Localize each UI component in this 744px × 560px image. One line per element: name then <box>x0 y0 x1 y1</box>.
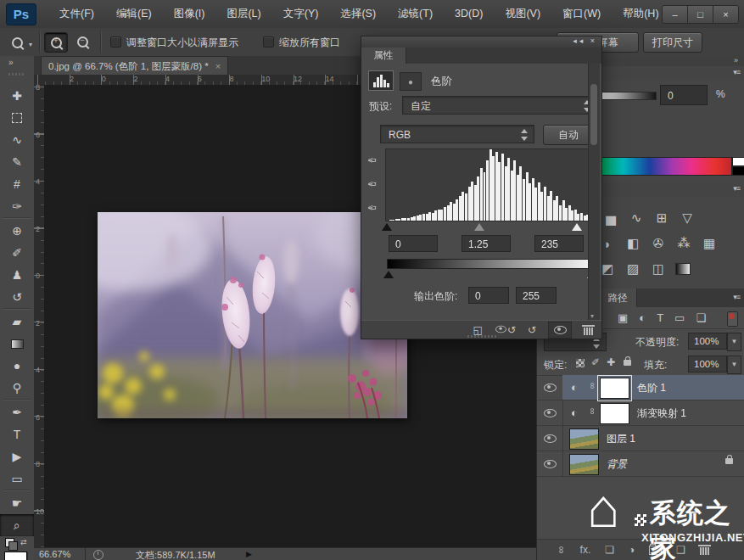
eraser-tool[interactable]: ▰ <box>0 311 34 333</box>
filter-shape-layers-icon[interactable]: ▭ <box>674 311 685 324</box>
color-slider-ramp[interactable] <box>599 92 657 100</box>
menu-item[interactable]: 文字(Y) <box>272 0 330 28</box>
layer-row-content[interactable]: ◐∞渐变映射 1 <box>562 400 744 425</box>
layer-mask-thumbnail[interactable] <box>600 378 629 399</box>
scrollbar-thumb[interactable] <box>590 84 597 145</box>
checkbox-icon[interactable] <box>263 36 274 48</box>
lock-move-icon[interactable]: ✚ <box>607 356 615 368</box>
layer-row-content[interactable]: 图层 1 <box>562 426 744 451</box>
type-tool[interactable]: T <box>0 423 34 445</box>
maximize-button[interactable]: □ <box>687 6 713 23</box>
menu-item[interactable]: 滤镜(T) <box>387 0 444 28</box>
gradient-tool[interactable] <box>0 333 34 355</box>
white-point-eyedropper-icon[interactable]: ✑ <box>367 201 377 214</box>
input-black-slider[interactable] <box>382 223 392 231</box>
filter-type-layers-icon[interactable]: T <box>657 311 663 324</box>
black-point-eyedropper-icon[interactable]: ✑ <box>367 154 377 166</box>
print-size-button[interactable]: 打印尺寸 <box>643 32 702 53</box>
zoom-level-field[interactable]: 66.67% <box>39 549 70 559</box>
opacity-field[interactable]: 100% <box>688 333 727 350</box>
tool-preset-arrow-icon[interactable]: ▾ <box>29 41 32 48</box>
properties-scrollbar[interactable]: ▾ <box>588 64 600 322</box>
menu-item[interactable]: 文件(F) <box>48 0 105 28</box>
output-black-slider[interactable] <box>383 271 394 278</box>
opacity-dropdown-icon[interactable]: ▼ <box>727 333 741 351</box>
curves-adjustment-icon[interactable]: ∿ <box>628 210 645 226</box>
zoom-tool[interactable]: ⌕ <box>0 514 34 536</box>
mask-icon[interactable]: ● <box>400 72 422 91</box>
lock-all-icon[interactable] <box>624 360 631 366</box>
delete-adjustment-icon[interactable] <box>584 328 593 335</box>
layer-row[interactable]: 背景 <box>537 451 744 477</box>
layer-visibility-cell[interactable] <box>537 451 563 476</box>
tools-grip[interactable] <box>8 73 25 76</box>
menu-item[interactable]: 3D(D) <box>444 0 494 28</box>
swap-colors-icon[interactable]: ⇄ <box>20 538 27 546</box>
zoom-in-button[interactable]: + <box>44 32 68 53</box>
input-white-field[interactable]: 235 <box>534 235 584 252</box>
blur-tool[interactable]: ● <box>0 355 34 377</box>
brush-tool[interactable]: ✐ <box>0 242 34 264</box>
menu-item[interactable]: 窗口(W) <box>551 0 612 28</box>
tab-close-icon[interactable]: × <box>215 61 221 71</box>
document-tab[interactable]: 0.jpg @ 66.7% (色阶 1, 图层蒙版/8) * × <box>41 56 228 76</box>
white-swatch[interactable] <box>732 157 744 166</box>
layer-row-content[interactable]: 背景 <box>562 451 744 476</box>
layer-row[interactable]: 图层 1 <box>537 426 744 451</box>
path-selection-tool[interactable]: ▶ <box>0 445 34 468</box>
delete-layer-icon[interactable] <box>700 547 709 555</box>
eye-icon[interactable] <box>544 460 557 468</box>
history-brush-tool[interactable]: ↺ <box>0 286 34 308</box>
fill-field[interactable]: 100% <box>688 356 727 372</box>
foreground-color-swatch[interactable] <box>4 552 27 560</box>
panel-menu-icon[interactable]: ▾≡ <box>733 293 740 301</box>
link-layers-icon[interactable]: ∞ <box>556 546 568 554</box>
filter-adjustment-layers-icon[interactable]: ◐ <box>639 311 646 324</box>
color-spectrum-ramp[interactable] <box>599 157 732 176</box>
black-swatch[interactable] <box>732 166 744 176</box>
panel-menu-icon[interactable]: ▾≡ <box>733 68 740 76</box>
scroll-down-icon[interactable]: ▾ <box>590 312 594 320</box>
shape-tool[interactable]: ▭ <box>0 468 34 490</box>
color-lookup-adjustment-icon[interactable]: ▦ <box>701 236 718 251</box>
black-white-adjustment-icon[interactable]: ◧ <box>624 236 641 251</box>
input-white-slider[interactable] <box>572 223 582 231</box>
eyedropper-tool[interactable]: ✑ <box>0 195 34 217</box>
panel-collapse-close-icons[interactable]: ◂◂ × <box>573 36 597 45</box>
preset-select[interactable]: 自定 <box>402 96 597 115</box>
properties-titlebar[interactable]: ◂◂ × <box>361 36 601 48</box>
collapse-tools-icon[interactable]: » <box>8 58 14 67</box>
clone-stamp-tool[interactable]: ♟ <box>0 264 34 286</box>
filter-toggle-icon[interactable] <box>727 311 738 327</box>
layer-style-icon[interactable]: fx. <box>580 544 591 556</box>
layer-thumbnail[interactable] <box>569 454 599 475</box>
levels-icon[interactable] <box>368 70 394 91</box>
lock-paint-icon[interactable]: ✐ <box>591 356 600 368</box>
view-previous-state-icon[interactable]: ↺ <box>495 324 516 336</box>
layer-row[interactable]: ◐∞色阶 1 <box>537 375 744 400</box>
hand-tool[interactable]: ☛ <box>0 492 34 514</box>
new-adjustment-icon[interactable]: ◑ <box>629 544 635 556</box>
exposure-adjustment-icon[interactable]: ⊞ <box>653 210 670 226</box>
healing-brush-tool[interactable]: ⊕ <box>0 220 34 242</box>
resize-windows-checkbox[interactable]: 调整窗口大小以满屏显示 <box>110 36 238 50</box>
output-white-field[interactable]: 255 <box>516 287 557 304</box>
channel-select[interactable]: RGB <box>380 125 534 143</box>
eye-icon[interactable] <box>544 434 557 443</box>
move-tool[interactable]: ✚ <box>0 85 34 107</box>
add-mask-icon[interactable]: ❏ <box>605 544 614 556</box>
input-gamma-slider[interactable] <box>474 223 484 231</box>
threshold-adjustment-icon[interactable]: ◫ <box>650 261 667 277</box>
filter-smart-objects-icon[interactable]: ❏ <box>696 311 706 324</box>
zoom-out-button[interactable]: − <box>71 32 93 51</box>
color-value-field[interactable]: 0 <box>660 85 708 105</box>
input-gamma-field[interactable]: 1.25 <box>462 235 511 252</box>
vibrance-adjustment-icon[interactable]: ▽ <box>679 210 696 226</box>
input-black-field[interactable]: 0 <box>389 235 438 252</box>
auto-button[interactable]: 自动 <box>543 125 594 145</box>
menu-item[interactable]: 编辑(E) <box>105 0 163 28</box>
layer-mask-thumbnail[interactable] <box>600 403 629 424</box>
layer-visibility-cell[interactable] <box>537 375 563 400</box>
tab-properties[interactable]: 属性 <box>361 48 406 64</box>
filter-pixel-layers-icon[interactable]: ▣ <box>618 311 628 324</box>
